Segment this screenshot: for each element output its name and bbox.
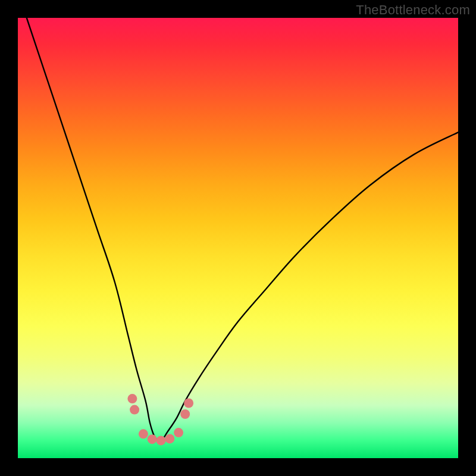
valley-marker bbox=[180, 409, 190, 419]
chart-frame: TheBottleneck.com bbox=[0, 0, 476, 476]
valley-marker bbox=[139, 429, 148, 439]
valley-marker bbox=[130, 405, 139, 415]
plot-area bbox=[18, 18, 458, 458]
valley-marker bbox=[174, 428, 183, 437]
curve-layer bbox=[18, 18, 458, 458]
valley-marker bbox=[127, 394, 137, 403]
valley-marker bbox=[156, 436, 166, 445]
valley-markers bbox=[127, 394, 193, 445]
attribution-text: TheBottleneck.com bbox=[356, 2, 470, 18]
bottleneck-curve bbox=[27, 18, 458, 441]
valley-marker bbox=[165, 434, 174, 443]
valley-marker bbox=[148, 434, 157, 444]
valley-marker bbox=[184, 399, 193, 408]
